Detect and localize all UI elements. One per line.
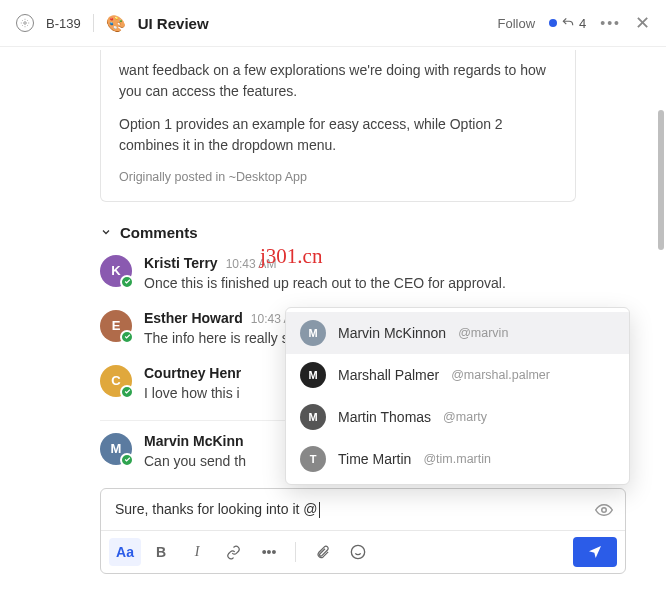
header-divider: [93, 14, 94, 32]
presence-badge-icon: [120, 330, 134, 344]
post-card: want feedback on a few explorations we'r…: [100, 50, 576, 202]
link-button[interactable]: [217, 538, 249, 566]
header-left: B-139 🎨 UI Review: [16, 14, 209, 33]
presence-badge-icon: [120, 453, 134, 467]
post-body-2: Option 1 provides an example for easy ac…: [119, 114, 557, 156]
mention-handle: @tim.martin: [423, 452, 491, 466]
attach-button[interactable]: [306, 538, 338, 566]
avatar[interactable]: M: [100, 433, 132, 465]
svg-point-1: [602, 508, 607, 513]
palette-icon: 🎨: [106, 14, 126, 33]
presence-badge-icon: [120, 385, 134, 399]
mention-handle: @marshal.palmer: [451, 368, 550, 382]
comment-text: Once this is finished up reach out to th…: [144, 273, 626, 294]
comment-time: 10:43 AM: [226, 257, 277, 271]
mention-item[interactable]: MMartin Thomas@marty: [286, 396, 629, 438]
send-icon: [587, 544, 603, 560]
app-logo-icon[interactable]: [16, 14, 34, 32]
mention-name: Time Martin: [338, 451, 411, 467]
board-id[interactable]: B-139: [46, 16, 81, 31]
mention-avatar: M: [300, 320, 326, 346]
scrollbar-track[interactable]: [658, 50, 664, 616]
format-text-button[interactable]: Aa: [109, 538, 141, 566]
mention-popup: MMarvin McKinnon@marvinMMarshall Palmer@…: [285, 307, 630, 485]
avatar[interactable]: K: [100, 255, 132, 287]
comment-author[interactable]: Esther Howard: [144, 310, 243, 326]
mention-name: Marshall Palmer: [338, 367, 439, 383]
mention-name: Marvin McKinnon: [338, 325, 446, 341]
originally-posted[interactable]: Originally posted in ~Desktop App: [119, 168, 557, 187]
mention-item[interactable]: MMarvin McKinnon@marvin: [286, 312, 629, 354]
mention-name: Martin Thomas: [338, 409, 431, 425]
avatar[interactable]: E: [100, 310, 132, 342]
page-title: UI Review: [138, 15, 209, 32]
send-button[interactable]: [573, 537, 617, 567]
comment: KKristi Terry10:43 AMOnce this is finish…: [100, 255, 626, 294]
comments-header[interactable]: Comments: [100, 224, 666, 241]
header-bar: B-139 🎨 UI Review Follow 4 ••• ✕: [0, 0, 666, 47]
chevron-down-icon: [100, 226, 112, 238]
comment-author[interactable]: Kristi Terry: [144, 255, 218, 271]
svg-point-2: [351, 545, 364, 558]
more-options-button[interactable]: •••: [600, 15, 621, 31]
composer-input[interactable]: Sure, thanks for looking into it @: [101, 489, 625, 530]
svg-point-0: [24, 22, 27, 25]
reply-indicator[interactable]: 4: [549, 16, 586, 31]
comment-author[interactable]: Marvin McKinn: [144, 433, 244, 449]
composer-text: Sure, thanks for looking into it @: [115, 501, 318, 517]
italic-button[interactable]: I: [181, 538, 213, 566]
text-cursor: [319, 502, 320, 518]
follow-button[interactable]: Follow: [497, 16, 535, 31]
visibility-icon[interactable]: [595, 501, 613, 522]
mention-item[interactable]: MMarshall Palmer@marshal.palmer: [286, 354, 629, 396]
comment-composer: Sure, thanks for looking into it @ Aa B …: [100, 488, 626, 574]
comment-body: Kristi Terry10:43 AMOnce this is finishe…: [144, 255, 626, 294]
mention-avatar: M: [300, 404, 326, 430]
scrollbar-thumb[interactable]: [658, 110, 664, 250]
mention-avatar: M: [300, 362, 326, 388]
more-format-button[interactable]: •••: [253, 538, 285, 566]
mention-handle: @marvin: [458, 326, 508, 340]
mention-item[interactable]: TTime Martin@tim.martin: [286, 438, 629, 480]
mention-handle: @marty: [443, 410, 487, 424]
header-right: Follow 4 ••• ✕: [497, 12, 650, 34]
presence-badge-icon: [120, 275, 134, 289]
comment-author[interactable]: Courtney Henr: [144, 365, 241, 381]
avatar[interactable]: C: [100, 365, 132, 397]
comments-title: Comments: [120, 224, 198, 241]
mention-avatar: T: [300, 446, 326, 472]
close-button[interactable]: ✕: [635, 12, 650, 34]
toolbar-divider: [295, 542, 296, 562]
bold-button[interactable]: B: [145, 538, 177, 566]
reply-arrow-icon: [561, 16, 575, 30]
reply-count: 4: [579, 16, 586, 31]
post-body-1: want feedback on a few explorations we'r…: [119, 60, 557, 102]
unread-dot-icon: [549, 19, 557, 27]
composer-toolbar: Aa B I •••: [101, 530, 625, 573]
emoji-button[interactable]: [342, 538, 374, 566]
